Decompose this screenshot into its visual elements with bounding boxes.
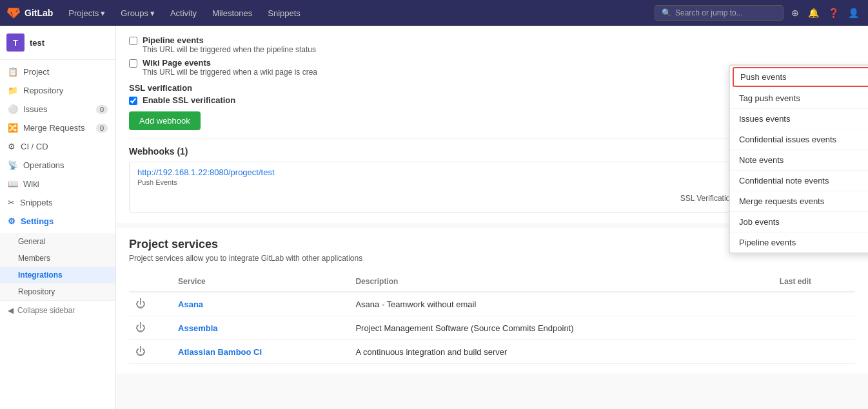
help-icon[interactable]: ❓ (825, 5, 842, 21)
gitlab-brand[interactable]: GitLab (6, 6, 53, 20)
plus-icon[interactable]: ⊕ (789, 5, 802, 21)
dropdown-item-confidential-issues[interactable]: Confidential issues events (730, 129, 868, 150)
project-header: T test (0, 26, 115, 60)
service-last-edit (773, 340, 855, 364)
toggle-icon[interactable]: ⏻ (135, 322, 146, 333)
nav-groups[interactable]: Groups ▾ (115, 6, 160, 21)
table-row: ⏻ Asana Asana - Teamwork without email (129, 292, 855, 316)
nav-projects[interactable]: Projects ▾ (63, 6, 110, 21)
top-navbar: GitLab Projects ▾ Groups ▾ Activity Mile… (0, 0, 868, 26)
project-name: test (30, 38, 44, 48)
table-row: ⏻ Assembla Project Management Software (… (129, 316, 855, 340)
service-desc: Asana - Teamwork without email (349, 292, 773, 316)
service-name-link[interactable]: Asana (178, 300, 203, 309)
search-icon: 🔍 (662, 8, 671, 17)
navbar-right-icons: ⊕ 🔔 ❓ 👤 (789, 5, 862, 21)
main-content: Pipeline events This URL will be trigger… (116, 26, 868, 409)
brand-label: GitLab (25, 8, 53, 18)
col-toggle (129, 272, 172, 292)
sidebar: T test 📋 Project 📁 Repository ⚪ Issues 0… (0, 26, 116, 409)
issues-badge: 0 (96, 105, 108, 114)
wiki-events-label: Wiki Page events (143, 58, 317, 68)
collapse-sidebar-button[interactable]: ◀ Collapse sidebar (0, 300, 115, 320)
merge-badge: 0 (96, 124, 108, 133)
ssl-checkbox-label: Enable SSL verification (143, 95, 235, 105)
dropdown-item-confidential-note[interactable]: Confidential note events (730, 171, 868, 191)
dropdown-item-tag-push[interactable]: Tag push events (730, 88, 868, 109)
gitlab-logo-icon (6, 6, 21, 20)
sidebar-subnav-general[interactable]: General (0, 233, 115, 250)
nav-activity[interactable]: Activity (165, 6, 202, 21)
ops-icon: 📡 (8, 160, 18, 170)
nav-snippets[interactable]: Snippets (262, 6, 306, 21)
avatar: T (6, 33, 25, 52)
snippets-icon: ✂ (8, 198, 15, 207)
services-table: Service Description Last edit ⏻ Asana As… (129, 272, 855, 364)
dropdown-item-merge-requests[interactable]: Merge requests events (730, 191, 868, 212)
project-icon: 📋 (8, 67, 18, 77)
sidebar-nav: 📋 Project 📁 Repository ⚪ Issues 0 🔀 Merg… (0, 60, 115, 233)
pipeline-events-desc: This URL will be triggered when the pipe… (143, 45, 316, 54)
col-last-edit: Last edit (773, 272, 855, 292)
sidebar-item-cicd[interactable]: ⚙ CI / CD (0, 137, 115, 156)
wiki-icon: 📖 (8, 179, 18, 189)
webhook-url-link[interactable]: http://192.168.1.22:8080/progect/test (137, 167, 275, 177)
issues-icon: ⚪ (8, 104, 18, 114)
search-placeholder: Search or jump to... (675, 8, 743, 17)
services-desc: Project services allow you to integrate … (129, 254, 855, 263)
sidebar-subnav-members[interactable]: Members (0, 250, 115, 267)
dropdown-item-push-events[interactable]: Push events (733, 67, 868, 87)
bell-icon[interactable]: 🔔 (805, 5, 822, 21)
service-last-edit (773, 316, 855, 340)
user-avatar[interactable]: 👤 (845, 5, 862, 21)
sidebar-bottom: ◀ Collapse sidebar (0, 300, 115, 320)
sidebar-item-operations[interactable]: 📡 Operations (0, 156, 115, 175)
wiki-events-desc: This URL will be triggered when a wiki p… (143, 68, 317, 77)
toggle-icon[interactable]: ⏻ (135, 346, 146, 357)
ci-icon: ⚙ (8, 142, 15, 151)
sidebar-subnav-integrations[interactable]: Integrations (0, 267, 115, 283)
service-name-link[interactable]: Assembla (178, 323, 217, 333)
table-row: ⏻ Atlassian Bamboo CI A continuous integ… (129, 340, 855, 364)
dropdown-item-pipeline-events[interactable]: Pipeline events (730, 233, 868, 252)
col-service: Service (172, 272, 349, 292)
search-box[interactable]: 🔍 Search or jump to... (655, 5, 784, 21)
ssl-checkbox[interactable] (129, 97, 137, 105)
sidebar-item-project[interactable]: 📋 Project (0, 62, 115, 81)
table-header-row: Service Description Last edit (129, 272, 855, 292)
service-name-link[interactable]: Atlassian Bamboo CI (178, 347, 262, 357)
sidebar-item-snippets[interactable]: ✂ Snippets (0, 193, 115, 212)
add-webhook-button[interactable]: Add webhook (129, 111, 201, 130)
service-last-edit (773, 292, 855, 316)
settings-subnav: General Members Integrations Repository (0, 233, 115, 300)
pipeline-events-checkbox[interactable] (129, 37, 137, 45)
wiki-events-checkbox[interactable] (129, 59, 137, 68)
chevron-down-icon: ▾ (150, 8, 155, 18)
settings-icon: ⚙ (8, 216, 15, 226)
sidebar-item-issues[interactable]: ⚪ Issues 0 (0, 100, 115, 119)
pipeline-events-label: Pipeline events (143, 35, 316, 45)
dropdown-item-issues[interactable]: Issues events (730, 109, 868, 129)
sidebar-item-settings[interactable]: ⚙ Settings (0, 212, 115, 231)
events-dropdown: Push events Tag push events Issues event… (729, 64, 868, 254)
dropdown-item-note[interactable]: Note events (730, 150, 868, 171)
nav-milestones[interactable]: Milestones (207, 6, 257, 21)
dropdown-item-job-events[interactable]: Job events (730, 212, 868, 233)
toggle-icon[interactable]: ⏻ (135, 298, 146, 309)
sidebar-item-mergerequests[interactable]: 🔀 Merge Requests 0 (0, 119, 115, 137)
col-description: Description (349, 272, 773, 292)
repo-icon: 📁 (8, 86, 18, 95)
sidebar-item-wiki[interactable]: 📖 Wiki (0, 175, 115, 193)
service-desc: A continuous integration and build serve… (349, 340, 773, 364)
sidebar-item-repository[interactable]: 📁 Repository (0, 81, 115, 100)
collapse-icon: ◀ (8, 306, 14, 315)
chevron-down-icon: ▾ (101, 8, 105, 18)
sidebar-subnav-repository[interactable]: Repository (0, 283, 115, 300)
service-desc: Project Management Software (Source Comm… (349, 316, 773, 340)
pipeline-events-row: Pipeline events This URL will be trigger… (129, 35, 855, 54)
page-layout: T test 📋 Project 📁 Repository ⚪ Issues 0… (0, 26, 868, 409)
merge-icon: 🔀 (8, 123, 18, 133)
